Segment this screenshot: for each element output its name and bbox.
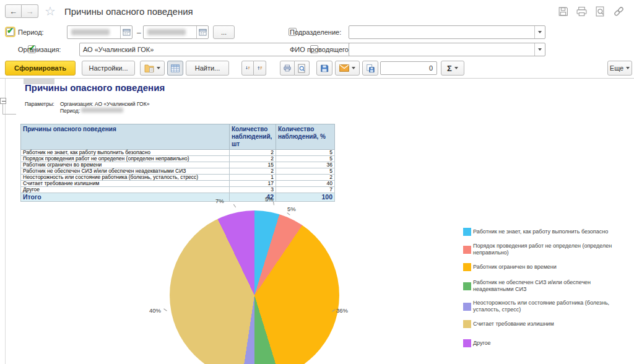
table-header-row: Причины опасного поведения Количество на… <box>21 124 335 150</box>
favorite-star-icon[interactable]: ☆ <box>45 4 56 19</box>
folder-document-icon <box>144 64 154 72</box>
pie-label-tick <box>287 212 290 215</box>
floppy-icon <box>320 64 329 73</box>
param-period-label: Период: <box>60 108 80 114</box>
app-window: ← → ☆ Причины опасного поведения ✔ Перио… <box>0 0 634 364</box>
legend-label: Порядок проведения работ не определен (о… <box>473 243 629 256</box>
department-combobox[interactable] <box>349 25 545 39</box>
col-header-count: Количество наблюдений, шт <box>230 124 276 150</box>
period-label: Период: <box>18 28 44 36</box>
period-more-button[interactable]: ... <box>213 25 235 39</box>
caret-down-icon <box>157 67 160 69</box>
preview-icon <box>298 64 306 73</box>
legend-swatch <box>463 228 471 236</box>
legend-item: Работник ограничен во времени <box>463 263 629 271</box>
legend-label: Работник ограничен во времени <box>473 264 557 271</box>
save-icon[interactable] <box>558 6 568 17</box>
more-button[interactable]: Еще <box>607 61 632 76</box>
conductor-combobox[interactable] <box>349 43 545 56</box>
link-icon[interactable] <box>614 6 624 17</box>
legend-item: Считает требование излишним <box>463 320 629 328</box>
collapse-groups-button[interactable] <box>241 61 254 76</box>
calendar-icon[interactable] <box>196 26 208 38</box>
cell-count: 17 <box>230 181 276 187</box>
dropdown-button[interactable] <box>534 43 545 56</box>
table-row[interactable]: Другое37 <box>21 187 335 193</box>
save-copy-button[interactable] <box>362 61 378 76</box>
param-period-value-redacted <box>81 108 123 113</box>
collapse-groups-icon <box>245 64 250 72</box>
period-to-input[interactable] <box>143 25 209 39</box>
legend-label: Работник не обеспечен СИЗ и/или обеспече… <box>473 279 629 293</box>
cell-cause: Работник ограничен во времени <box>21 162 230 168</box>
col-header-percent: Количество наблюдений, % <box>276 124 335 150</box>
report-variants-button[interactable] <box>140 61 165 76</box>
pie-chart <box>170 210 339 364</box>
cell-cause: Работник не знает, как работу выполнить … <box>21 150 230 156</box>
period-to-value-redacted <box>147 29 186 35</box>
table-row[interactable]: Порядок проведения работ не определен (о… <box>21 156 335 162</box>
table-row[interactable]: Неосторожность или состояние работника (… <box>21 175 335 181</box>
cell-percent: 40 <box>276 181 335 187</box>
printer-icon <box>284 64 291 72</box>
pie-label-5b: 5% <box>287 206 296 212</box>
collapse-group-toggle[interactable] <box>0 98 6 104</box>
calendar-icon[interactable] <box>120 26 132 38</box>
expand-groups-icon <box>257 64 263 72</box>
period-range-separator: – <box>137 28 141 37</box>
cell-count: 3 <box>230 187 276 193</box>
forward-arrow-icon: → <box>26 7 34 16</box>
print-icon[interactable] <box>576 6 587 17</box>
table-grid-icon <box>171 64 180 72</box>
save-result-button[interactable] <box>316 61 332 76</box>
cell-count: 2 <box>230 168 276 175</box>
legend-label: Неосторожность или состояние работника (… <box>473 300 629 313</box>
cell-percent: 5 <box>276 156 335 162</box>
group-bracket <box>2 114 16 115</box>
counter-input[interactable]: 0 <box>380 61 437 75</box>
table-row[interactable]: Считает требование излишним1740 <box>21 181 335 187</box>
generate-button[interactable]: Сформировать <box>5 61 76 76</box>
more-label: Еще <box>610 64 623 72</box>
table-row[interactable]: Работник ограничен во времени1536 <box>21 162 335 168</box>
sigma-button[interactable]: Σ <box>441 61 464 76</box>
legend-item: Работник не знает, как работу выполнить … <box>463 228 629 236</box>
chart-legend: Работник не знает, как работу выполнить … <box>463 228 629 354</box>
col-header-cause: Причины опасного поведения <box>21 124 230 150</box>
print-preview-button[interactable] <box>295 61 310 76</box>
back-button[interactable]: ← <box>5 4 22 18</box>
pie-label-tick <box>163 308 167 311</box>
cell-percent: 2 <box>276 175 335 181</box>
legend-label: Работник не знает, как работу выполнить … <box>473 228 608 235</box>
pie-label-40: 40% <box>149 307 161 314</box>
caret-down-icon <box>454 67 458 69</box>
dropdown-button[interactable] <box>534 26 545 38</box>
caret-down-icon <box>626 67 630 69</box>
report-title: Причины опасного поведения <box>25 82 165 93</box>
legend-swatch <box>463 263 471 271</box>
period-from-value-redacted <box>71 29 110 35</box>
cell-cause: Неосторожность или состояние работника (… <box>21 175 230 181</box>
find-button[interactable]: Найти... <box>186 61 229 76</box>
settings-button[interactable]: Настройки... <box>82 61 135 76</box>
cell-cause: Считает требование излишним <box>21 181 230 187</box>
table-row[interactable]: Работник не обеспечен СИЗ и/или обеспече… <box>21 168 335 175</box>
legend-swatch <box>463 320 471 328</box>
cell-percent: 7 <box>276 187 335 193</box>
expand-groups-button[interactable] <box>254 61 266 76</box>
checkmark-icon: ✔ <box>7 26 14 35</box>
grid-settings-button[interactable] <box>167 61 183 76</box>
window-actions <box>558 6 624 17</box>
period-from-input[interactable] <box>67 25 132 39</box>
legend-swatch <box>463 303 471 311</box>
forward-button[interactable]: → <box>22 4 38 18</box>
pie-label-tick <box>273 201 274 205</box>
send-email-button[interactable] <box>335 61 360 76</box>
preview-icon[interactable] <box>595 6 606 17</box>
print-button[interactable] <box>280 61 295 76</box>
table-total-row[interactable]: Итого 42 100 <box>21 193 335 202</box>
cell-percent: 5 <box>276 168 335 175</box>
period-checkbox[interactable]: ✔ <box>6 28 14 36</box>
envelope-icon <box>339 64 349 72</box>
table-row[interactable]: Работник не знает, как работу выполнить … <box>21 150 335 156</box>
